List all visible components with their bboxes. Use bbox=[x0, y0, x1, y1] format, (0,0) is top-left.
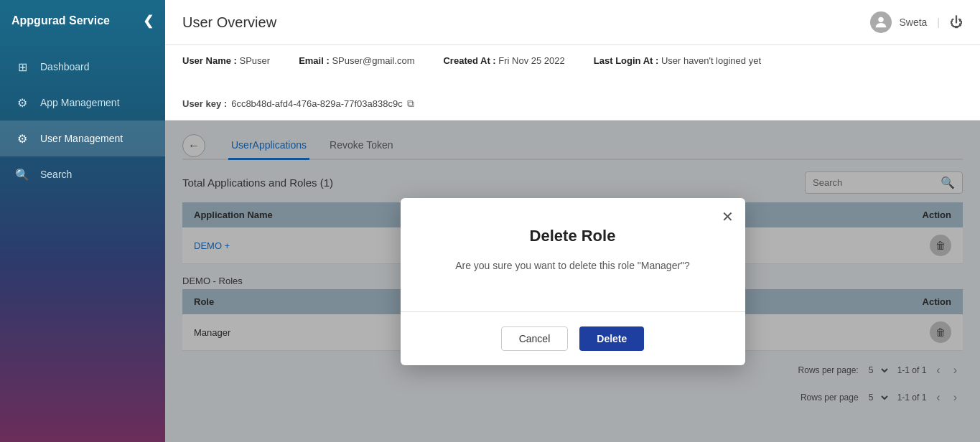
topbar-divider: | bbox=[937, 17, 940, 28]
user-key-row: User key : 6cc8b48d-afd4-476a-829a-77f03… bbox=[182, 98, 963, 110]
sidebar-item-search[interactable]: 🔍 Search bbox=[0, 156, 165, 192]
modal-close-button[interactable]: ✕ bbox=[722, 208, 734, 225]
sidebar-item-label: Dashboard bbox=[40, 61, 90, 72]
search-sidebar-icon: 🔍 bbox=[14, 166, 30, 182]
user-management-icon: ⚙ bbox=[14, 131, 30, 146]
email-value: SPuser@gmail.com bbox=[332, 55, 414, 66]
sidebar-nav: ⊞ Dashboard ⚙ App Management ⚙ User Mana… bbox=[0, 49, 165, 192]
modal-message: Are you sure you want to delete this rol… bbox=[429, 260, 717, 271]
svg-point-0 bbox=[879, 17, 884, 22]
modal-actions: Cancel Delete bbox=[401, 312, 745, 365]
sidebar-item-user-management[interactable]: ⚙ User Management bbox=[0, 121, 165, 156]
email-label: Email : bbox=[299, 55, 330, 66]
delete-button[interactable]: Delete bbox=[579, 326, 644, 351]
home-icon: ⊞ bbox=[14, 59, 30, 75]
created-label: Created At : bbox=[443, 55, 495, 66]
power-icon[interactable]: ⏻ bbox=[950, 15, 963, 30]
topbar-user: Sweta | ⏻ bbox=[870, 11, 963, 33]
username-field: User Name : SPuser bbox=[182, 55, 270, 66]
sidebar: Appgurad Service ❮ ⊞ Dashboard ⚙ App Man… bbox=[0, 0, 165, 442]
modal-title: Delete Role bbox=[429, 227, 717, 245]
email-field: Email : SPuser@gmail.com bbox=[299, 55, 414, 66]
main-content: User Overview Sweta | ⏻ User Name : SPus… bbox=[165, 0, 980, 442]
created-at-field: Created At : Fri Nov 25 2022 bbox=[443, 55, 564, 66]
modal-body: Delete Role Are you sure you want to del… bbox=[401, 198, 745, 311]
sidebar-header: Appgurad Service ❮ bbox=[0, 0, 165, 42]
sidebar-item-label: App Management bbox=[40, 97, 120, 108]
sidebar-title: Appgurad Service bbox=[11, 14, 110, 27]
last-login-field: Last Login At : User haven't logined yet bbox=[594, 55, 761, 66]
last-login-label: Last Login At : bbox=[594, 55, 659, 66]
sidebar-item-label: User Management bbox=[40, 133, 123, 144]
topbar: User Overview Sweta | ⏻ bbox=[165, 0, 980, 45]
content-area: ← UserApplications Revoke Token Total Ap… bbox=[165, 121, 980, 442]
user-key-value: 6cc8b48d-afd4-476a-829a-77f03a838c9c bbox=[231, 98, 403, 109]
last-login-value: User haven't logined yet bbox=[661, 55, 761, 66]
modal-overlay: ✕ Delete Role Are you sure you want to d… bbox=[165, 121, 980, 442]
user-info-bar: User Name : SPuser Email : SPuser@gmail.… bbox=[165, 45, 980, 121]
username-label: User Name : bbox=[182, 55, 237, 66]
page-title: User Overview bbox=[182, 14, 276, 31]
sidebar-item-dashboard[interactable]: ⊞ Dashboard bbox=[0, 49, 165, 85]
avatar bbox=[870, 11, 892, 33]
app-management-icon: ⚙ bbox=[14, 95, 30, 110]
user-name-label: Sweta bbox=[899, 17, 927, 28]
delete-role-modal: ✕ Delete Role Are you sure you want to d… bbox=[401, 198, 745, 365]
sidebar-item-app-management[interactable]: ⚙ App Management bbox=[0, 85, 165, 121]
user-key-label: User key : bbox=[182, 98, 227, 109]
copy-icon[interactable]: ⧉ bbox=[407, 98, 414, 110]
cancel-button[interactable]: Cancel bbox=[501, 326, 569, 351]
created-value: Fri Nov 25 2022 bbox=[498, 55, 565, 66]
sidebar-item-label: Search bbox=[40, 169, 72, 180]
sidebar-collapse-button[interactable]: ❮ bbox=[143, 13, 154, 29]
username-value: SPuser bbox=[240, 55, 271, 66]
